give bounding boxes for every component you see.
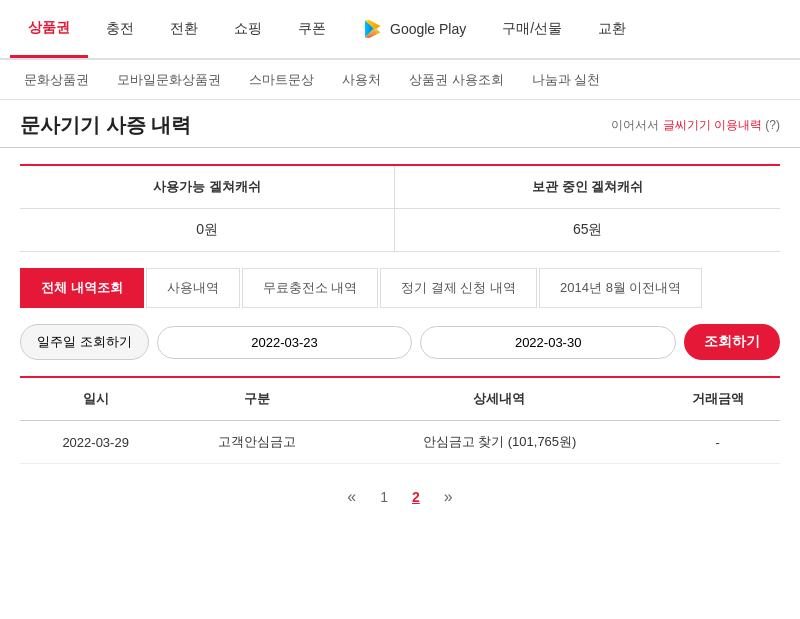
- sub-nav-culture[interactable]: 문화상품권: [10, 60, 103, 99]
- cell-type: 고객안심금고: [171, 421, 343, 464]
- data-table-header-type: 구분: [171, 377, 343, 421]
- cell-detail: 안심금고 찾기 (101,765원): [344, 421, 656, 464]
- sub-nav-gift-card-inquiry[interactable]: 상품권 사용조회: [395, 60, 518, 99]
- data-table: 일시 구분 상세내역 거래금액 2022-03-29 고객안심금고 안심금고 찾…: [20, 376, 780, 464]
- sub-nav-mobile-culture[interactable]: 모바일문화상품권: [103, 60, 235, 99]
- tab-free-charge-history[interactable]: 무료충전소 내역: [242, 268, 379, 308]
- cash-table-header-1: 사용가능 겔쳐캐쉬: [20, 165, 395, 209]
- nav-item-google-play[interactable]: Google Play: [344, 0, 484, 58]
- cash-table-header-2: 보관 중인 겔쳐캐쉬: [395, 165, 780, 209]
- page-1[interactable]: 1: [372, 485, 396, 509]
- sub-nav-smart-munsang[interactable]: 스마트문상: [235, 60, 328, 99]
- table-row: 2022-03-29 고객안심금고 안심금고 찾기 (101,765원) -: [20, 421, 780, 464]
- tab-all-history[interactable]: 전체 내역조회: [20, 268, 144, 308]
- date-to-input[interactable]: [420, 326, 676, 359]
- date-from-input[interactable]: [157, 326, 413, 359]
- data-table-header-date: 일시: [20, 377, 171, 421]
- nav-item-exchange[interactable]: 교환: [580, 0, 644, 58]
- nav-item-charge[interactable]: 충전: [88, 0, 152, 58]
- nav-item-shopping[interactable]: 쇼핑: [216, 0, 280, 58]
- search-button[interactable]: 조회하기: [684, 324, 780, 360]
- top-nav: 상품권 충전 전환 쇼핑 쿠폰: [0, 0, 800, 60]
- sub-nav-usage-place[interactable]: 사용처: [328, 60, 395, 99]
- tab-regular-payment[interactable]: 정기 결제 신청 내역: [380, 268, 537, 308]
- cash-table-value-2: 65원: [395, 209, 780, 252]
- google-play-icon: [362, 17, 386, 41]
- cell-date: 2022-03-29: [20, 421, 171, 464]
- page-title: 문사기기 사증 내력: [20, 112, 191, 139]
- tab-usage-history[interactable]: 사용내역: [146, 268, 240, 308]
- nav-item-coupon[interactable]: 쿠폰: [280, 0, 344, 58]
- pagination-prev[interactable]: «: [339, 484, 364, 510]
- pagination: « 1 2 »: [0, 484, 800, 510]
- nav-item-transfer[interactable]: 전환: [152, 0, 216, 58]
- page-2[interactable]: 2: [404, 485, 428, 509]
- data-table-header-detail: 상세내역: [344, 377, 656, 421]
- tab-bar: 전체 내역조회 사용내역 무료충전소 내역 정기 결제 신청 내역 2014년 …: [20, 268, 780, 308]
- search-bar: 일주일 조회하기 조회하기: [20, 324, 780, 360]
- cash-table: 사용가능 겔쳐캐쉬 보관 중인 겔쳐캐쉬 0원 65원: [20, 164, 780, 252]
- data-table-header-amount: 거래금액: [655, 377, 780, 421]
- nav-item-gift-card[interactable]: 상품권: [10, 0, 88, 58]
- page-title-link[interactable]: 글씨기기 이용내력: [663, 118, 762, 132]
- cell-amount: -: [655, 421, 780, 464]
- nav-item-buy-gift[interactable]: 구매/선물: [484, 0, 580, 58]
- pagination-next[interactable]: »: [436, 484, 461, 510]
- page-title-right: 이어서서 글씨기기 이용내력 (?): [611, 117, 780, 134]
- period-button[interactable]: 일주일 조회하기: [20, 324, 149, 360]
- sub-nav: 문화상품권 모바일문화상품권 스마트문상 사용처 상품권 사용조회 나눔과 실천: [0, 60, 800, 100]
- page-title-bar: 문사기기 사증 내력 이어서서 글씨기기 이용내력 (?): [0, 100, 800, 148]
- tab-before-2014[interactable]: 2014년 8월 이전내역: [539, 268, 702, 308]
- cash-table-value-1: 0원: [20, 209, 395, 252]
- sub-nav-sharing[interactable]: 나눔과 실천: [518, 60, 615, 99]
